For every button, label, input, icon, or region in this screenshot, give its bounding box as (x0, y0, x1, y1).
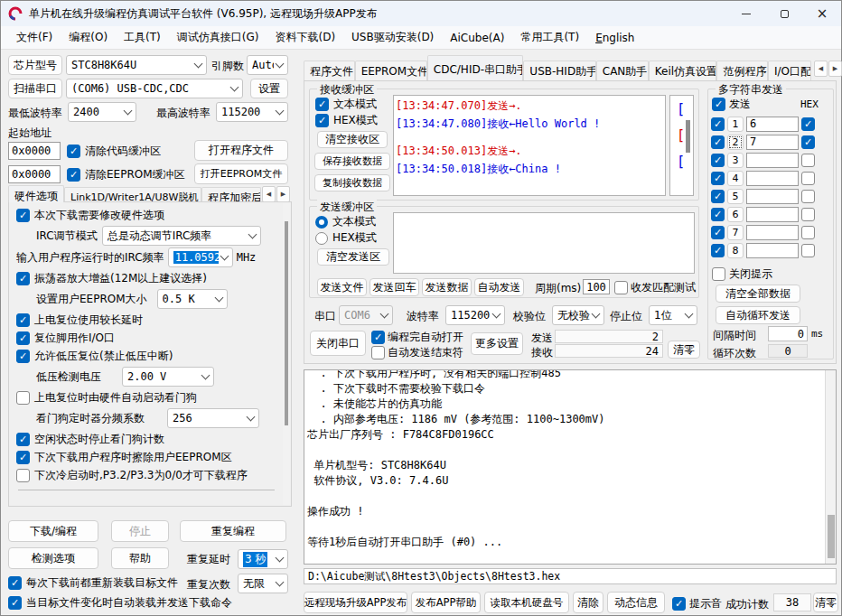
tx-hex-mode-radio[interactable]: HEX模式 (315, 230, 377, 246)
stopbit-select[interactable]: 1位 (649, 305, 697, 325)
multi-row-send-button[interactable]: 8 (727, 243, 744, 258)
lvd-voltage-select[interactable]: 2.00 V (122, 367, 214, 387)
multi-row-enable-checkbox[interactable] (711, 190, 725, 203)
download-program-button[interactable]: 下载/编程 (8, 520, 98, 542)
multi-row-enable-checkbox[interactable] (711, 135, 725, 149)
multi-send-all-checkbox[interactable]: 发送 (712, 97, 751, 112)
dynamic-info-button[interactable]: 动态信息 (607, 592, 665, 613)
clear-send-button[interactable]: 清空发送区 (317, 248, 389, 266)
menu-downloads[interactable]: 资料下载(D) (267, 27, 343, 48)
multi-row-send-button[interactable]: 4 (727, 171, 744, 186)
multi-row-enable-checkbox[interactable] (711, 208, 725, 221)
tab-eeprom-file[interactable]: EEPROM文件 (355, 61, 427, 80)
scan-port-button[interactable]: 扫描串口 (8, 79, 62, 98)
tab-program-file[interactable]: 程序文件 (304, 61, 355, 80)
cold-boot-p32-checkbox[interactable]: 下次冷启动时,P3.2/P3.3为0/0才可下载程序 (16, 468, 248, 483)
multi-row-hex-checkbox[interactable] (801, 208, 815, 221)
send-data-button[interactable]: 发送数据 (422, 278, 472, 296)
menu-file[interactable]: 文件(F) (8, 27, 61, 48)
menu-usb-driver[interactable]: USB驱动安装(D) (343, 27, 442, 48)
auto-open-checkbox[interactable]: 编程完自动打开 (371, 330, 463, 345)
receive-scrollbar-thumb[interactable] (686, 120, 690, 153)
hw-panel-scrollbar[interactable] (283, 203, 290, 505)
status-log-area[interactable]: . 下次下载用户程序时, 没有相关的端口控制485 . 下次下载时不需要校验下载… (304, 369, 837, 565)
multi-row-send-button[interactable]: 7 (727, 225, 744, 240)
multi-row-enable-checkbox[interactable] (711, 117, 725, 131)
erase-eeprom-checkbox[interactable]: 下次下载用户程序时擦除用户EEPROM区 (16, 450, 232, 465)
open-eeprom-file-button[interactable]: 打开EEPROM文件 (194, 163, 288, 184)
rx-text-mode-checkbox[interactable]: 文本模式 (315, 97, 377, 112)
read-hdd-serial-button[interactable]: 读取本机硬盘号 (484, 592, 569, 613)
multi-row-value-input[interactable] (746, 207, 799, 222)
auto-send-button[interactable]: 自动发送 (474, 278, 524, 296)
pin-count-select[interactable]: Auto (247, 55, 288, 75)
parity-select[interactable]: 无校验 (552, 305, 604, 325)
tab-usb-hid-assistant[interactable]: USB-HID助手 (523, 61, 595, 80)
multi-row-send-button[interactable]: 1 (727, 117, 744, 132)
reset-success-count-button[interactable]: 清零 (813, 593, 838, 612)
lvd-reset-checkbox[interactable]: 允许低压复位(禁止低压中断) (16, 349, 173, 364)
clear-count-button[interactable]: 清零 (668, 341, 700, 359)
multi-row-send-button[interactable]: 3 (727, 153, 744, 168)
menu-program[interactable]: 编程(O) (61, 27, 116, 48)
code-start-address-input[interactable] (8, 142, 61, 160)
multi-row-send-button[interactable]: 6 (727, 207, 744, 222)
tab-example-programs[interactable]: 范例程序 (716, 61, 768, 80)
multi-row-value-input[interactable] (746, 189, 799, 204)
multi-row-hex-checkbox[interactable] (801, 154, 815, 167)
auto-end-checkbox[interactable]: 自动发送结束符 (371, 345, 463, 360)
beep-checkbox[interactable]: 提示音 (672, 596, 722, 611)
close-tip-checkbox[interactable]: 关闭提示 (712, 266, 772, 282)
menu-aicube[interactable]: AiCube(A) (442, 29, 512, 47)
tab-scroll-right-icon[interactable]: ▶ (828, 61, 842, 77)
send-cr-button[interactable]: 发送回车 (370, 278, 419, 296)
serial-port-select[interactable]: (COM6) USB-CDC,CDC (66, 79, 243, 98)
chip-model-button[interactable]: 芯片型号 (8, 55, 62, 75)
close-serial-button[interactable]: 关闭串口 (310, 331, 366, 356)
receive-text-area[interactable]: [13:34:47.070]发送→.[13:34:47.080]接收←Hello… (393, 95, 666, 196)
wdt-prescaler-select[interactable]: 256 (167, 408, 259, 428)
copy-receive-button[interactable]: 复制接收数据 (314, 174, 390, 191)
more-settings-button[interactable]: 更多设置 (471, 332, 523, 355)
stop-button[interactable]: 停止 (111, 520, 169, 542)
min-baud-select[interactable]: 2400 (68, 102, 136, 122)
irc-freq-select[interactable]: 11.0592 (168, 247, 233, 267)
tab-hardware-options[interactable]: 硬件选项 (8, 185, 64, 202)
multi-row-hex-checkbox[interactable] (801, 190, 815, 203)
check-options-button[interactable]: 检测选项 (8, 547, 98, 569)
reset-as-io-checkbox[interactable]: 复位脚用作I/O口 (16, 331, 115, 346)
modify-hw-checkbox[interactable]: 本次下载需要修改硬件选项 (16, 208, 164, 223)
multi-row-enable-checkbox[interactable] (711, 172, 725, 185)
clear-eeprom-checkbox[interactable]: 清除EEPROM缓冲区 (67, 167, 185, 182)
eeprom-start-address-input[interactable] (8, 165, 61, 183)
multi-row-hex-checkbox[interactable] (801, 244, 815, 257)
tab-program-encrypt[interactable]: 程序加密后 (201, 187, 261, 202)
multi-row-hex-checkbox[interactable] (801, 135, 815, 149)
save-receive-button[interactable]: 保存接收数据 (314, 153, 390, 170)
tab-keil-simulation[interactable]: Keil仿真设置 (649, 61, 717, 80)
log-scrollbar[interactable] (825, 370, 836, 564)
tab-link1d-offline[interactable]: Link1D/Writer1A/U8W脱机 (64, 187, 201, 202)
send-file-button[interactable]: 发送文件 (317, 278, 367, 296)
multi-row-enable-checkbox[interactable] (711, 226, 725, 239)
wdt-idle-stop-checkbox[interactable]: 空闲状态时停止看门狗计数 (16, 432, 164, 447)
multi-row-send-button[interactable]: 5 (727, 189, 744, 204)
tab-can-assistant[interactable]: CAN助手 (596, 61, 649, 80)
tab-cdc-hid-serial-assistant[interactable]: CDC/HID-串口助手 (427, 55, 524, 80)
clear-receive-button[interactable]: 清空接收区 (317, 131, 388, 148)
irc-mode-select[interactable]: 总是动态调节IRC频率 (102, 226, 261, 246)
tx-text-mode-radio[interactable]: 文本模式 (315, 214, 376, 229)
help-button[interactable]: 帮助 (111, 547, 169, 569)
baud-select[interactable]: 115200 (445, 305, 505, 325)
tab-io-config[interactable]: I/O口配置 (768, 61, 811, 80)
multi-row-value-input[interactable] (746, 135, 799, 150)
multi-row-value-input[interactable] (746, 117, 799, 132)
auto-loop-send-button[interactable]: 自动循环发送 (716, 306, 800, 324)
multi-row-hex-checkbox[interactable] (801, 226, 815, 239)
repeat-delay-select[interactable]: 3 秒 (238, 549, 288, 569)
multi-row-send-button[interactable]: 2 (727, 135, 744, 150)
reload-target-checkbox[interactable]: 每次下载前都重新装载目标文件 (8, 575, 178, 591)
menu-debug-interface[interactable]: 调试仿真接口(G) (169, 27, 267, 48)
multi-row-enable-checkbox[interactable] (711, 244, 725, 257)
multi-row-value-input[interactable] (746, 171, 799, 186)
